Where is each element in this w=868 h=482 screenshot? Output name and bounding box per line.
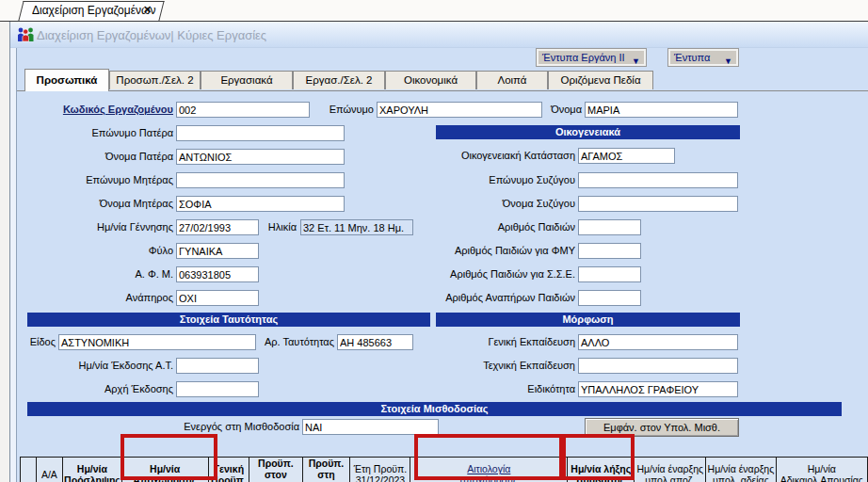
age-readonly-field xyxy=(300,219,413,235)
window-title: Διαχείριση Εργαζομένων| Κύριες Εργασίες xyxy=(37,28,266,42)
grid-header-selector xyxy=(21,458,37,482)
gender-input[interactable] xyxy=(176,243,259,259)
id-issue-date-label: Ημ/νία Έκδοσης Α.Τ. xyxy=(20,360,173,371)
afm-input[interactable] xyxy=(176,266,259,282)
children-count-label: Αριθμός Παιδιών xyxy=(406,221,575,233)
father-name-input[interactable] xyxy=(176,149,345,165)
father-name-label: Όνομα Πατέρα xyxy=(20,151,173,162)
children-sse-label: Αριθμός Παιδιών για Σ.Σ.Ε. xyxy=(406,268,575,280)
section-identity: Στοιχεία Ταυτότητας xyxy=(27,313,430,327)
grid-header-comp-start: Ημ/νία έναρξης υπολ.αποζ. xyxy=(635,458,706,482)
spouse-surname-input[interactable] xyxy=(578,172,738,188)
close-icon[interactable]: ✕ xyxy=(143,4,152,16)
name-label: Όνομα xyxy=(509,104,582,115)
children-disabled-label: Αριθμός Αναπήρων Παιδιών xyxy=(406,292,575,303)
section-payroll: Στοιχεία Μισθοδοσίας xyxy=(27,402,842,416)
father-surname-label: Επώνυμο Πατέρα xyxy=(20,127,173,138)
surname-label: Επώνυμο xyxy=(312,104,374,115)
panel-left-edge xyxy=(10,48,17,482)
mdi-tab-bar: Διαχείριση Εργαζομένων ✕ xyxy=(0,0,868,22)
technical-education-input[interactable] xyxy=(578,358,738,374)
grid-header-sector-seniority: Προϋπ. στον Κλάδο xyxy=(249,458,302,482)
employee-window: Διαχείριση Εργαζομένων| Κύριες Εργασίες … xyxy=(9,22,868,482)
age-label: Ηλικία xyxy=(265,221,297,233)
tab-work-2[interactable]: Εργασ./Σελ. 2 xyxy=(293,71,385,89)
section-family: Οικογενειακά xyxy=(436,125,740,139)
grid-header-leave-calc-start: Ημ/νία έναρξης υπολ. αδείας xyxy=(706,458,776,482)
birth-date-label: Ημ/νία Γέννησης xyxy=(20,221,173,233)
name-input[interactable] xyxy=(585,102,738,118)
grid-header-seniority-years: Έτη Προϋπ. 31/12/2023 xyxy=(350,458,410,482)
children-sse-input[interactable] xyxy=(578,266,641,282)
specialty-label: Ειδικότητα xyxy=(406,383,575,394)
mdi-tab-title: Διαχείριση Εργαζομένων xyxy=(32,4,155,17)
id-type-input[interactable] xyxy=(58,334,256,350)
mother-name-input[interactable] xyxy=(176,196,345,212)
children-fmy-label: Αριθμός Παιδιών για ΦΜΥ xyxy=(406,245,575,256)
employee-code-label: Κωδικός Εργαζομένου xyxy=(20,104,173,115)
tab-custom-fields[interactable]: Οριζόμενα Πεδία xyxy=(548,71,653,89)
spouse-name-label: Όνομα Συζύγου xyxy=(406,198,575,209)
employee-code-input[interactable] xyxy=(176,102,310,118)
general-education-label: Γενική Εκπαίδευση xyxy=(406,336,575,347)
gender-label: Φύλο xyxy=(20,245,173,256)
employees-icon xyxy=(17,26,35,42)
ergani-forms-label: Έντυπα Εργάνη ΙΙ xyxy=(542,52,625,63)
marital-status-label: Οικογενειακή Κατάσταση xyxy=(406,150,575,161)
children-count-input[interactable] xyxy=(578,219,641,235)
disabled-label: Ανάπηρος xyxy=(20,292,173,303)
general-education-input[interactable] xyxy=(578,334,738,350)
birth-date-input[interactable] xyxy=(176,219,259,235)
forms-label: Έντυπα xyxy=(674,52,710,63)
tab-work[interactable]: Εργασιακά xyxy=(201,71,293,89)
window-titlebar: Διαχείριση Εργαζομένων| Κύριες Εργασίες xyxy=(10,22,868,48)
id-authority-label: Αρχή Έκδοσης xyxy=(20,383,173,394)
mother-surname-input[interactable] xyxy=(176,172,345,188)
mother-surname-label: Επώνυμο Μητέρας xyxy=(20,174,173,185)
tab-other[interactable]: Λοιπά xyxy=(476,71,548,89)
id-type-label: Είδος xyxy=(20,336,56,347)
section-education: Μόρφωση xyxy=(436,313,740,327)
technical-education-label: Τεχνική Εκπαίδευση xyxy=(406,360,575,371)
children-fmy-input[interactable] xyxy=(578,243,641,259)
ergani-forms-button[interactable]: Έντυπα Εργάνη ΙΙ ▼ xyxy=(536,48,647,67)
children-disabled-input[interactable] xyxy=(578,290,641,306)
tab-personal[interactable]: Προσωπικά xyxy=(24,69,109,91)
disabled-input[interactable] xyxy=(176,290,259,306)
afm-label: Α. Φ. Μ. xyxy=(20,268,173,280)
grid-header-aa: Α/Α xyxy=(36,458,62,482)
marital-status-input[interactable] xyxy=(578,148,675,164)
id-authority-input[interactable] xyxy=(176,381,259,397)
chevron-down-icon: ▼ xyxy=(724,53,732,70)
spouse-name-input[interactable] xyxy=(578,196,738,212)
tab-financial[interactable]: Οικονομικά xyxy=(385,71,476,89)
panel-border xyxy=(17,90,868,91)
annotation-box-leave-date xyxy=(121,434,217,480)
spouse-surname-label: Επώνυμο Συζύγου xyxy=(406,174,575,185)
annotation-box-contract-end xyxy=(559,434,635,480)
tab-personal-2[interactable]: Προσωπ./Σελ. 2 xyxy=(109,71,201,89)
chevron-down-icon: ▼ xyxy=(632,53,640,70)
specialty-input[interactable] xyxy=(578,381,738,397)
id-number-input[interactable] xyxy=(337,334,413,350)
app-screen: Διαχείριση Εργαζομένων ✕ Διαχείριση Εργα… xyxy=(0,0,868,482)
payroll-active-input[interactable] xyxy=(302,419,439,435)
annotation-box-leave-reason xyxy=(414,434,566,480)
grid-header-sse-seniority: Προϋπ. στη Σ.Σ.Ε. xyxy=(302,458,350,482)
forms-button[interactable]: Έντυπα ▼ xyxy=(667,48,739,67)
id-issue-date-input[interactable] xyxy=(176,358,259,374)
id-number-label: Αρ. Ταυτότητας xyxy=(261,336,334,347)
father-surname-input[interactable] xyxy=(176,125,345,141)
payroll-active-label: Ενεργός στη Μισθοδοσία xyxy=(92,421,299,432)
mother-name-label: Όνομα Μητέρας xyxy=(20,198,173,209)
grid-header-absence-date: Ημ/νία Αδικαιολ.Απουσίας xyxy=(776,458,867,482)
grid-header-hire-date: Ημ/νία Πρόσληψης xyxy=(63,458,122,482)
